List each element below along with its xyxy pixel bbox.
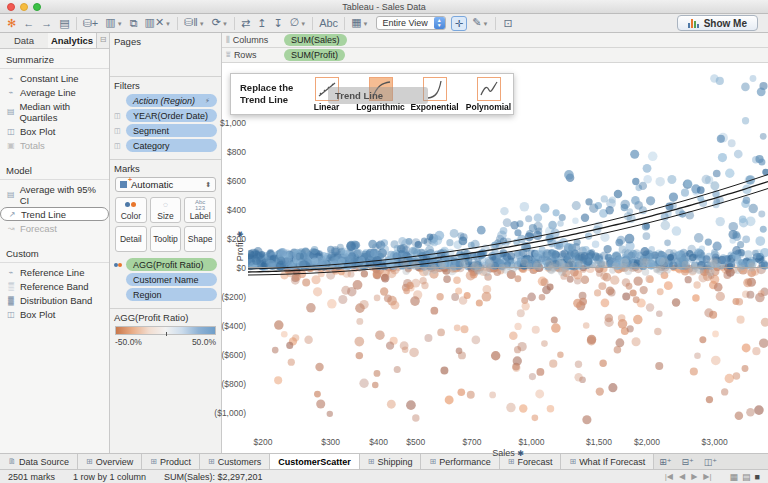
group-members-button[interactable]: ∅▼ (287, 14, 310, 32)
next-sheet-icon[interactable]: ▶ (691, 472, 697, 481)
x-tick-label: $700 (462, 437, 481, 447)
presentation-mode-button[interactable]: ⊡ (500, 15, 515, 31)
y-tick-label: ($200) (202, 292, 246, 302)
sheet-tab-shipping[interactable]: ⊞Shipping (360, 454, 422, 469)
analytics-item-average-line[interactable]: ⌁Average Line (0, 85, 109, 99)
sort-descending-icon: ↧ (273, 17, 282, 29)
fit-selector[interactable]: Entire View ▲▼ (376, 16, 445, 30)
first-sheet-icon[interactable]: |◀ (665, 472, 673, 481)
marks-buttons: Color ◌ Size Abc123 Label Detail Tooltip (115, 197, 216, 252)
pages-title: Pages (114, 36, 217, 47)
axis-pin-icon: ✱ (517, 449, 524, 458)
new-worksheet-button[interactable]: ⊞⁺ (654, 454, 676, 469)
sheet-tab-label: Customers (218, 457, 262, 467)
sheet-tab-data-source[interactable]: 🗎Data Source (0, 454, 78, 469)
fix-axes-button[interactable]: ✛ (451, 16, 467, 31)
stepper-icon: ▲▼ (434, 17, 445, 29)
axis-pin-icon: ✱ (236, 231, 245, 238)
toolbar-separator (177, 17, 178, 30)
analytics-item-label: Distribution Band (20, 295, 92, 306)
swap-axes-button[interactable]: ⇄ (238, 15, 253, 31)
mark-type-selector[interactable]: Automatic ⬍ (115, 177, 216, 192)
marks-pill-customer-name[interactable]: Customer Name (126, 273, 217, 286)
sheet-tabs-view-icon[interactable]: ▦ (730, 472, 739, 482)
box-plot-icon: ◫ (6, 310, 16, 319)
run-update-button[interactable]: ⟳▼ (209, 14, 231, 32)
y-tick-label: $800 (202, 147, 246, 157)
sheet-tab-what-if-forecast[interactable]: ⊞What If Forecast (561, 454, 654, 469)
new-story-button[interactable]: ◫⁺ (699, 454, 722, 469)
last-sheet-icon[interactable]: ▶| (703, 472, 711, 481)
analytics-item-trend-line[interactable]: ↗Trend Line (0, 207, 109, 221)
rows-pill-sum-profit-[interactable]: SUM(Profit) (284, 49, 345, 61)
context-filter-icon: ◫ (114, 127, 121, 135)
grid-size: 1 row by 1 column (73, 472, 146, 482)
legend-min: -50.0% (115, 337, 142, 347)
sheet-tab-product[interactable]: ⊞Product (142, 454, 200, 469)
tableau-logo-button[interactable]: ✻ (4, 15, 19, 31)
tooltip-button[interactable]: Tooltip (150, 226, 182, 252)
pane-minimize-icon[interactable]: ⊟ (97, 33, 109, 48)
prev-sheet-icon[interactable]: ◀ (679, 472, 685, 481)
auto-updates-button[interactable]: ⛁‖▼ (181, 14, 208, 32)
sheet-tab-performance[interactable]: ⊞Performance (421, 454, 499, 469)
filter-pill-action-region-[interactable]: Action (Region)⚡ (126, 94, 217, 107)
highlight-button[interactable]: ✎▼ (469, 14, 491, 32)
sheet-tab-customerscatter[interactable]: CustomerScatter (270, 454, 360, 469)
clear-sheet-button[interactable]: ▥✕▼ (141, 14, 174, 32)
analytics-item-constant-line[interactable]: ⌁Constant Line (0, 71, 109, 85)
trend-option-polynomial[interactable]: Polynomial (465, 77, 512, 112)
rows-shelf[interactable]: ⩸Rows SUM(Profit) (222, 48, 768, 63)
average-line-icon: ⌁ (6, 88, 16, 97)
sort-descending-button[interactable]: ↧ (270, 15, 285, 31)
columns-shelf[interactable]: ⫼Columns SUM(Sales) (222, 33, 768, 48)
analytics-item-reference-line[interactable]: ⌁Reference Line (0, 265, 109, 279)
new-worksheet-button[interactable]: ▥▼ (102, 14, 125, 32)
sheet-tab-customers[interactable]: ⊞Customers (200, 454, 270, 469)
aggregate-summary: SUM(Sales): $2,297,201 (164, 472, 263, 482)
show-me-label: Show Me (704, 18, 747, 29)
analytics-item-distribution-band[interactable]: ▓Distribution Band (0, 293, 109, 307)
duplicate-sheet-button[interactable]: ⧉ (127, 15, 141, 31)
analytics-item-box-plot[interactable]: ◫Box Plot (0, 307, 109, 321)
titlebar: Tableau - Sales Data (0, 0, 768, 14)
automatic-mark-icon (120, 181, 127, 188)
analytics-item-reference-band[interactable]: ▒Reference Band (0, 279, 109, 293)
save-icon: ▤ (59, 17, 69, 29)
color-button[interactable]: Color (115, 197, 147, 223)
sheet-tab-overview[interactable]: ⊞Overview (78, 454, 142, 469)
sort-ascending-button[interactable]: ↥ (254, 15, 269, 31)
color-gradient[interactable] (115, 326, 216, 335)
add-data-source-button[interactable]: ⛁+ (80, 15, 102, 31)
show-mark-labels-button[interactable]: Abc (316, 15, 341, 31)
fit-button[interactable]: ▦▼ (348, 14, 371, 32)
new-dashboard-button[interactable]: ⊟⁺ (676, 454, 698, 469)
tab-analytics[interactable]: Analytics (48, 33, 97, 48)
analytics-item-average-with-95-ci[interactable]: ▤Average with 95% CI (0, 182, 109, 207)
y-axis-label[interactable]: Profit ✱ (235, 226, 245, 266)
add-data-source-icon: ⛁+ (83, 17, 99, 29)
undo-button[interactable]: ← (20, 15, 37, 31)
save-button[interactable]: ▤ (56, 15, 72, 31)
size-button[interactable]: ◌ Size (150, 197, 182, 223)
sheet-tab-label: Forecast (517, 457, 552, 467)
tab-data[interactable]: Data (0, 33, 48, 48)
new-worksheet-icon: ▥ (105, 16, 115, 28)
color-encoding-icon (114, 261, 122, 268)
run-update-icon: ⟳ (212, 16, 221, 28)
polynomial-trend-icon (477, 77, 501, 101)
redo-button[interactable]: → (38, 15, 55, 31)
filmstrip-view-icon[interactable]: ▤ (742, 472, 751, 482)
columns-pill-sum-sales-[interactable]: SUM(Sales) (284, 34, 347, 46)
fullscreen-view-icon[interactable]: ■ (755, 472, 760, 482)
scatter-canvas[interactable] (248, 63, 768, 433)
show-me-button[interactable]: Show Me (677, 15, 758, 31)
marks-title: Marks (114, 163, 217, 174)
x-axis-label[interactable]: Sales ✱ (492, 448, 524, 458)
box-plot-icon: ◫ (6, 127, 16, 136)
color-button-label: Color (121, 211, 141, 221)
scatter-plot[interactable]: $1,000$800$600$400$200$0($200)($400)($60… (222, 63, 768, 453)
detail-button[interactable]: Detail (115, 226, 147, 252)
analytics-item-median-with-quartiles[interactable]: ▤Median with Quartiles (0, 99, 109, 124)
analytics-item-box-plot[interactable]: ◫Box Plot (0, 124, 109, 138)
